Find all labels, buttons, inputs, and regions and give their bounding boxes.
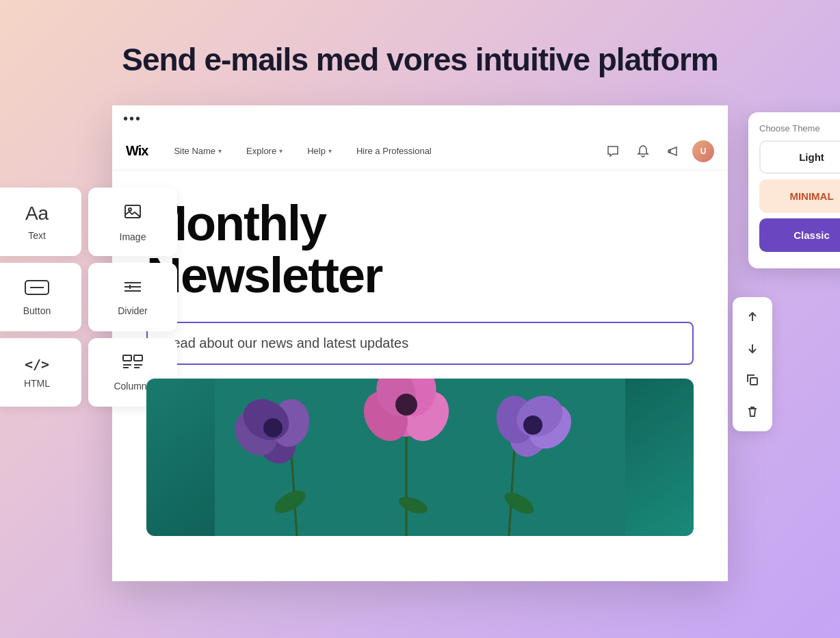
svg-rect-38 (750, 378, 757, 385)
wix-navbar: Wix Site Name ▾ Explore ▾ Help ▾ Hire a … (112, 132, 728, 170)
tool-text[interactable]: Aa Text (0, 188, 81, 256)
nav-help[interactable]: Help ▾ (302, 142, 337, 160)
dots-menu: ••• (112, 105, 728, 132)
svg-point-34 (523, 416, 542, 435)
editor-content: Monthly Newsletter Read about our news a… (112, 170, 728, 581)
move-up-button[interactable] (738, 303, 767, 331)
explore-label: Explore (246, 146, 276, 156)
svg-point-1 (129, 208, 131, 211)
nav-site-name[interactable]: Site Name ▾ (168, 142, 227, 160)
page-title: Send e-mails med vores intuitive platfor… (122, 41, 718, 78)
hire-label: Hire a Professional (356, 146, 432, 156)
user-avatar[interactable]: U (692, 140, 714, 162)
newsletter-title: Monthly Newsletter (146, 198, 694, 301)
svg-point-28 (395, 394, 417, 416)
move-down-button[interactable] (738, 334, 767, 363)
nav-icons: U (602, 140, 714, 162)
svg-rect-8 (123, 355, 131, 361)
theme-option-light[interactable]: Light (759, 140, 840, 174)
explore-chevron: ▾ (279, 147, 283, 155)
tool-divider[interactable]: Divider (88, 263, 177, 331)
theme-option-classic[interactable]: Classic (759, 218, 840, 252)
megaphone-icon-btn[interactable] (662, 140, 684, 162)
divider-icon (122, 278, 144, 300)
flowers-svg (215, 379, 625, 536)
tool-html[interactable]: </> HTML (0, 338, 81, 407)
site-name-chevron: ▾ (218, 147, 222, 155)
right-actions-panel (733, 297, 772, 431)
title-line2: Newsletter (146, 248, 382, 303)
image-icon (123, 202, 142, 226)
theme-option-minimal[interactable]: MINIMAL (759, 179, 840, 213)
tool-image-label: Image (120, 231, 146, 242)
tool-button[interactable]: Button (0, 263, 81, 331)
copy-button[interactable] (738, 366, 767, 394)
theme-chooser-title: Choose Theme (759, 123, 840, 133)
columns-icon (122, 353, 144, 375)
help-label: Help (307, 146, 326, 156)
button-icon (25, 278, 49, 300)
html-icon: </> (25, 356, 49, 372)
left-tools-panel: Aa Text Image (0, 188, 177, 407)
tool-divider-label: Divider (118, 305, 148, 316)
tool-text-label: Text (28, 230, 46, 241)
tool-html-label: HTML (24, 378, 50, 389)
svg-point-21 (263, 418, 283, 437)
nav-explore[interactable]: Explore ▾ (241, 142, 288, 160)
nav-hire[interactable]: Hire a Professional (351, 142, 437, 160)
subtitle-text: Read about our news and latest updates (163, 335, 408, 350)
text-icon: Aa (25, 203, 49, 225)
subtitle-box[interactable]: Read about our news and latest updates (146, 322, 694, 365)
delete-button[interactable] (738, 397, 767, 426)
editor-container: Aa Text Image (112, 105, 728, 581)
bell-icon-btn[interactable] (632, 140, 654, 162)
tool-grid: Aa Text Image (0, 188, 177, 407)
help-chevron: ▾ (328, 147, 332, 155)
tool-image[interactable]: Image (88, 188, 177, 256)
tool-button-label: Button (23, 305, 51, 316)
theme-chooser-panel: Choose Theme Light MINIMAL Classic (748, 112, 840, 268)
flower-image (146, 379, 694, 536)
site-name-label: Site Name (174, 146, 215, 156)
svg-rect-9 (134, 355, 142, 361)
wix-logo: Wix (126, 143, 148, 159)
comment-icon-btn[interactable] (602, 140, 624, 162)
